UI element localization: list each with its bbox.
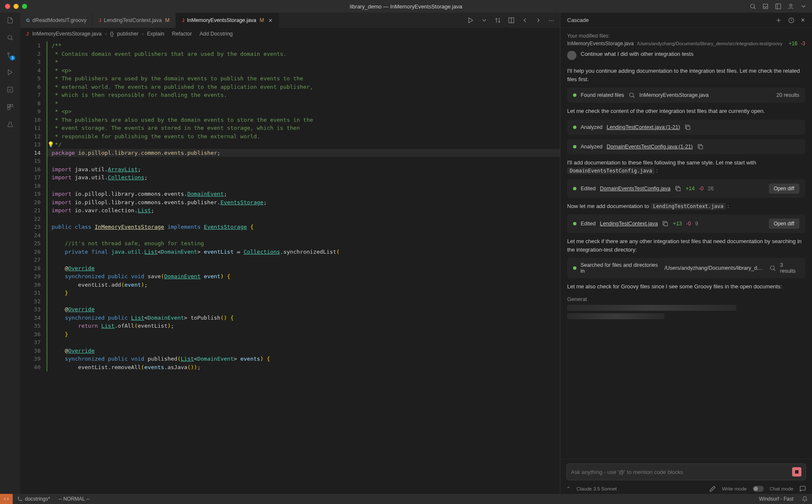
cascade-text-input[interactable]	[571, 469, 792, 475]
remote-indicator[interactable]	[0, 494, 13, 504]
chevron-down-icon[interactable]	[481, 17, 488, 24]
cascade-messages[interactable]: Your modified files: InMemoryEventsStora…	[560, 28, 812, 459]
tool-target-link[interactable]: DomainEventsTestConfig.java:(1-21)	[606, 144, 693, 150]
test-tab[interactable]	[7, 86, 14, 94]
svg-point-19	[21, 500, 22, 501]
branch-indicator[interactable]: docstrings*	[13, 496, 54, 502]
modified-file-name: InMemoryEventsStorage.java	[567, 41, 634, 47]
cascade-title: Cascade	[567, 17, 589, 23]
close-window-button[interactable]	[5, 4, 10, 9]
tool-searched[interactable]: Searched for files and directories in /U…	[567, 258, 805, 278]
stop-button[interactable]	[792, 467, 801, 477]
split-icon[interactable]	[508, 17, 515, 24]
action-docstring[interactable]: Add Docstring	[200, 31, 233, 37]
svg-rect-8	[11, 104, 13, 107]
breadcrumb-file[interactable]: InMemoryEventsStorage.java	[32, 31, 102, 37]
mode-toggle[interactable]	[753, 486, 764, 492]
write-mode-label[interactable]: Write mode	[722, 486, 747, 491]
copy-icon[interactable]	[675, 185, 681, 192]
tool-analyzed-1[interactable]: Analyzed LendingTestContext.java:(1-21)	[567, 120, 805, 135]
close-tab-icon[interactable]: ✕	[268, 17, 273, 24]
search-icon[interactable]	[749, 3, 756, 10]
open-diff-button[interactable]: Open diff	[769, 219, 799, 229]
back-icon[interactable]	[521, 17, 528, 24]
modified-file-path: /Users/andyzhang/Documents/library_demo/…	[637, 41, 785, 46]
lines-added: +14	[686, 186, 694, 192]
notifications-icon[interactable]	[798, 496, 812, 502]
tool-edited-1[interactable]: Edited DomainEventsTestConfig.java +14 -…	[567, 179, 805, 198]
cascade-input-area	[560, 459, 812, 483]
compare-icon[interactable]	[494, 17, 501, 24]
tab-groovy[interactable]: G dReadModelsIT.groovy	[20, 13, 93, 28]
tab-label: dReadModelsIT.groovy	[33, 17, 87, 23]
user-prompt-text: Continue what I did with other integrati…	[581, 51, 694, 57]
forward-icon[interactable]	[535, 17, 542, 24]
modified-file-row[interactable]: InMemoryEventsStorage.java /Users/andyzh…	[567, 41, 805, 47]
java-file-icon: J	[26, 31, 29, 36]
tool-target-link[interactable]: LendingTestContext.java	[600, 221, 658, 227]
open-diff-button[interactable]: Open diff	[769, 184, 799, 194]
chat-icon	[799, 485, 806, 492]
breadcrumbs[interactable]: J InMemoryEventsStorage.java › {} publis…	[20, 28, 560, 40]
extensions-tab[interactable]	[7, 104, 14, 112]
generating-label: Generat	[567, 296, 805, 302]
maximize-window-button[interactable]	[22, 4, 27, 9]
tab-inmemoryeventsstorage[interactable]: J InMemoryEventsStorage.java M ✕	[176, 13, 280, 28]
line-numbers: 1234567891011121314151617181920212223242…	[20, 40, 47, 494]
code-content[interactable]: /** * Contains domain event publishers t…	[47, 40, 560, 494]
tool-analyzed-2[interactable]: Analyzed DomainEventsTestConfig.java:(1-…	[567, 139, 805, 154]
model-label[interactable]: Claude 3.5 Sonnet	[576, 486, 617, 491]
code-editor[interactable]: 1234567891011121314151617181920212223242…	[20, 40, 560, 494]
beaker-tab[interactable]	[7, 121, 14, 129]
tab-lendingtestcontext[interactable]: J LendingTestContext.java M	[93, 13, 176, 28]
assistant-message: Let me check if there are any other inte…	[567, 237, 805, 254]
copy-icon[interactable]	[662, 220, 669, 227]
status-dot	[573, 145, 576, 148]
windsurf-status[interactable]: Windsurf - Fast	[755, 496, 798, 502]
scm-tab[interactable]: 3	[7, 52, 14, 60]
svg-point-17	[770, 266, 774, 270]
editor-tabs: G dReadModelsIT.groovy J LendingTestCont…	[20, 13, 560, 28]
modified-indicator: M	[260, 17, 264, 23]
more-icon[interactable]: ⋯	[549, 17, 554, 24]
tool-edited-2[interactable]: Edited LendingTestContext.java +13 -0 9 …	[567, 214, 805, 233]
history-icon[interactable]	[788, 17, 795, 24]
minimize-window-button[interactable]	[14, 4, 19, 9]
cascade-panel: Cascade ✕ Your modified files: InMemoryE…	[560, 13, 812, 494]
chevron-down-icon[interactable]	[800, 3, 807, 10]
new-chat-icon[interactable]	[775, 17, 782, 24]
debug-tab[interactable]	[7, 69, 14, 77]
svg-rect-6	[8, 87, 13, 92]
copy-icon[interactable]	[684, 124, 691, 131]
status-dot	[573, 93, 576, 97]
svg-point-3	[8, 36, 12, 39]
tool-target-link[interactable]: LendingTestContext.java:(1-21)	[606, 124, 680, 130]
close-panel-icon[interactable]: ✕	[801, 17, 805, 24]
copy-icon[interactable]	[697, 143, 704, 150]
run-icon[interactable]	[467, 17, 474, 24]
status-dot	[573, 187, 576, 190]
groovy-file-icon: G	[26, 18, 30, 23]
search-tab[interactable]	[7, 34, 14, 42]
svg-rect-16	[664, 222, 668, 226]
cascade-input[interactable]	[566, 463, 806, 480]
chevron-up-icon[interactable]: ⌃	[566, 486, 571, 492]
action-explain[interactable]: Explain	[147, 31, 165, 37]
avatar-icon[interactable]	[787, 3, 794, 10]
tab-label: LendingTestContext.java	[104, 17, 162, 23]
breadcrumb-symbol[interactable]: publisher	[117, 31, 139, 37]
svg-rect-14	[699, 145, 702, 149]
action-refactor[interactable]: Refactor	[172, 31, 192, 37]
titlebar: library_demo — InMemoryEventsStorage.jav…	[0, 0, 812, 13]
layout-icon[interactable]	[775, 3, 782, 10]
chat-mode-label[interactable]: Chat mode	[770, 486, 793, 491]
tool-results: 20 results	[776, 92, 799, 98]
window-title: library_demo — InMemoryEventsStorage.jav…	[350, 3, 462, 10]
assistant-message: Now let me add documentation to LendingT…	[567, 202, 805, 211]
explorer-tab[interactable]	[7, 17, 14, 25]
status-dot	[573, 266, 576, 270]
inbox-icon[interactable]	[762, 3, 769, 10]
tool-found-files[interactable]: Found related files InMemoryEventsStorag…	[567, 88, 805, 103]
tool-target-link[interactable]: DomainEventsTestConfig.java	[600, 186, 670, 192]
assistant-message: I'll help you continue adding documentat…	[567, 67, 805, 83]
